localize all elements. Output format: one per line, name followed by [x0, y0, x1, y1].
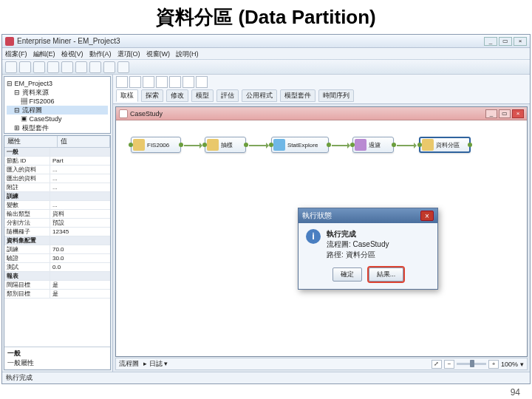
diagram-title: CaseStudy	[130, 110, 484, 117]
zoom-fit-button[interactable]: ⤢	[432, 360, 442, 369]
diagram-maximize[interactable]: ▭	[499, 109, 511, 118]
flow-node[interactable]: 抽樣	[205, 137, 246, 153]
menu-window[interactable]: 視窗(W)	[146, 48, 171, 59]
node-port-in[interactable]	[417, 143, 422, 147]
slide-title: 資料分區 (Data Partition)	[0, 0, 532, 33]
flow-link[interactable]	[249, 145, 268, 146]
palette-tab[interactable]: 公用程式	[242, 89, 277, 102]
palette-icon[interactable]	[183, 76, 194, 88]
tree-item[interactable]: ⊞ 模型套件	[7, 123, 108, 132]
property-row[interactable]: 訓練70.0	[4, 245, 110, 254]
property-row[interactable]: 匯出的資料...	[4, 174, 110, 183]
diagram-close[interactable]: ×	[512, 109, 524, 118]
palette-icon[interactable]	[169, 76, 181, 88]
right-pane: 取樣探索修改模型評估公用程式模型套件時間序列 CaseStudy _ ▭ × F…	[113, 75, 530, 372]
maximize-button[interactable]: ▭	[499, 37, 512, 46]
palette-icon[interactable]	[143, 76, 154, 88]
app-titlebar: Enterprise Miner - EM_Project3 _ ▭ ×	[2, 35, 530, 48]
dialog-results-button[interactable]: 結果...	[369, 267, 404, 282]
dialog-message: 執行完成	[327, 229, 389, 239]
node-port-out[interactable]	[392, 143, 396, 147]
app-window: Enterprise Miner - EM_Project3 _ ▭ × 檔案(…	[1, 34, 531, 384]
flow-link[interactable]	[397, 145, 416, 146]
node-icon	[355, 139, 366, 151]
zoom-slider[interactable]	[457, 363, 486, 365]
property-row[interactable]: 匯入的資料...	[4, 166, 110, 174]
palette-tab[interactable]: 模型	[191, 89, 214, 102]
tool-button[interactable]	[5, 61, 17, 73]
menu-edit[interactable]: 編輯(E)	[33, 48, 55, 59]
property-row[interactable]: 附註...	[4, 183, 110, 192]
tool-button[interactable]	[89, 61, 101, 73]
status-tab-log[interactable]: ▸ 日誌 ▾	[143, 359, 168, 369]
flow-link[interactable]	[332, 145, 349, 146]
tool-button[interactable]	[47, 61, 59, 73]
app-icon	[5, 37, 14, 46]
palette-tab[interactable]: 評估	[216, 89, 239, 102]
palette-icon[interactable]	[129, 76, 141, 88]
app-title: Enterprise Miner - EM_Project3	[17, 37, 484, 45]
tool-button[interactable]	[117, 61, 129, 73]
node-port-out[interactable]	[179, 143, 183, 147]
node-port-out[interactable]	[327, 143, 331, 147]
menu-options[interactable]: 選項(O)	[117, 48, 140, 59]
property-row[interactable]: 節點 IDPart	[4, 157, 110, 166]
menu-file[interactable]: 檔案(F)	[5, 48, 27, 59]
flow-node[interactable]: 資料分區	[419, 137, 471, 153]
info-icon: i	[306, 229, 321, 244]
palette-tab[interactable]: 探索	[141, 89, 163, 102]
tool-button[interactable]	[103, 61, 115, 73]
palette-tab[interactable]: 取樣	[116, 89, 138, 102]
tool-button[interactable]	[19, 61, 31, 73]
dialog-titlebar: 執行狀態 ×	[299, 208, 437, 223]
zoom-in-button[interactable]: +	[488, 360, 499, 369]
tool-button[interactable]	[75, 61, 87, 73]
property-row[interactable]: 變數...	[4, 201, 110, 210]
property-row[interactable]: 測試0.0	[4, 263, 110, 272]
menu-view[interactable]: 檢視(V)	[61, 48, 83, 59]
flow-node[interactable]: StatExplore	[271, 137, 329, 153]
tool-button[interactable]	[61, 61, 73, 73]
project-tree[interactable]: ⊟ EM_Project3 ⊟ 資料來源 ▦ FIS2006 ⊟ 流程圖 ▣ C…	[4, 76, 111, 134]
property-row[interactable]: 類別目標是	[4, 290, 110, 299]
diagram-minimize[interactable]: _	[485, 109, 497, 118]
node-port-out[interactable]	[468, 143, 472, 147]
palette-icon[interactable]	[156, 76, 168, 88]
tree-item[interactable]: ▦ FIS2006	[7, 97, 108, 106]
dialog-close-button[interactable]: ×	[420, 211, 434, 221]
palette-tab[interactable]: 修改	[166, 89, 188, 102]
flow-node[interactable]: FIS2006	[131, 137, 181, 153]
tree-item[interactable]: ⊟ 資料來源	[7, 88, 108, 97]
property-row[interactable]: 輸出類型資料	[4, 210, 110, 219]
menu-help[interactable]: 說明(H)	[176, 48, 199, 59]
node-port-in[interactable]	[350, 143, 355, 147]
tree-item-selected[interactable]: ⊟ 流程圖	[7, 106, 108, 115]
menubar: 檔案(F) 編輯(E) 檢視(V) 動作(A) 選項(O) 視窗(W) 說明(H…	[2, 48, 530, 60]
palette-icon[interactable]	[116, 76, 128, 88]
node-port-in[interactable]	[129, 143, 133, 147]
tree-root[interactable]: ⊟ EM_Project3	[7, 79, 108, 88]
flow-link[interactable]	[184, 145, 202, 146]
property-row[interactable]: 隨機種子12345	[4, 228, 110, 236]
property-row[interactable]: 分割方法預設	[4, 219, 110, 228]
dialog-ok-button[interactable]: 確定	[332, 267, 362, 282]
node-port-in[interactable]	[202, 143, 207, 147]
tree-item[interactable]: ▣ CaseStudy	[7, 115, 108, 123]
palette-tab[interactable]: 模型套件	[280, 89, 316, 102]
node-label: FIS2006	[147, 142, 169, 149]
zoom-out-button[interactable]: −	[444, 360, 454, 369]
palette-icon[interactable]	[196, 76, 208, 88]
property-row[interactable]: 驗證30.0	[4, 254, 110, 263]
minimize-button[interactable]: _	[484, 37, 497, 46]
node-icon	[422, 139, 434, 151]
close-button[interactable]: ×	[514, 37, 527, 46]
tool-button[interactable]	[33, 61, 45, 73]
zoom-dropdown-icon[interactable]: ▾	[520, 361, 524, 368]
property-row[interactable]: 間隔目標是	[4, 281, 110, 290]
flow-node[interactable]: 過濾	[352, 137, 394, 153]
menu-actions[interactable]: 動作(A)	[89, 48, 112, 59]
node-port-in[interactable]	[269, 143, 273, 147]
node-port-out[interactable]	[244, 143, 248, 147]
status-tab-diagram[interactable]: 流程圖	[119, 359, 139, 369]
palette-tab[interactable]: 時間序列	[318, 89, 354, 102]
